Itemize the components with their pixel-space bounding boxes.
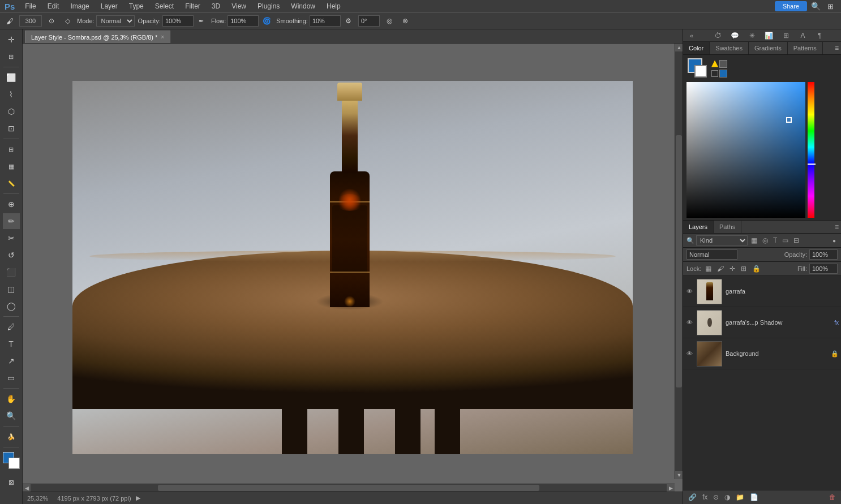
menu-help[interactable]: Help <box>322 1 345 11</box>
filter-shape-btn[interactable]: ▭ <box>780 236 790 245</box>
frame-tool[interactable]: ⊞ <box>3 141 20 157</box>
layer-eye-garrafa[interactable]: 👁 <box>685 287 693 295</box>
web-safe-swatch[interactable] <box>719 70 727 77</box>
flow-input[interactable] <box>228 15 259 27</box>
menu-layer[interactable]: Layer <box>96 1 122 11</box>
menu-3d[interactable]: 3D <box>207 1 225 11</box>
status-arrow[interactable]: ▶ <box>136 494 140 502</box>
quick-select-tool[interactable]: ⬡ <box>3 104 20 119</box>
menu-type[interactable]: Type <box>125 1 148 11</box>
mode-select[interactable]: Normal Multiply Screen <box>96 15 135 27</box>
filter-toggle[interactable]: ● <box>831 237 838 244</box>
delete-layer-btn[interactable]: 🗑 <box>827 493 838 502</box>
lasso-tool[interactable]: ⌇ <box>3 87 20 102</box>
horizontal-scrollbar[interactable]: ◀ ▶ <box>23 484 675 492</box>
link-layers-btn[interactable]: 🔗 <box>686 493 698 502</box>
screen-mode-btn[interactable]: ⊠ <box>3 475 20 490</box>
workspace-button[interactable]: ⊞ <box>824 0 836 12</box>
layer-item-shadow[interactable]: 👁 garrafa's...p Shadow fx <box>683 307 841 338</box>
menu-view[interactable]: View <box>227 1 251 11</box>
crop-tool[interactable]: ⊡ <box>3 120 20 136</box>
add-mask-btn[interactable]: ⊙ <box>711 493 720 502</box>
search-button[interactable]: 🔍 <box>809 0 822 12</box>
menu-edit[interactable]: Edit <box>43 1 64 11</box>
background-color[interactable] <box>8 458 20 469</box>
add-style-btn[interactable]: fx <box>701 493 709 502</box>
ruler-tool[interactable]: 📏 <box>3 175 20 191</box>
share-button[interactable]: Share <box>775 1 807 11</box>
brush-tool-preset[interactable]: 🖌 <box>3 15 16 27</box>
brush-angle-btn[interactable]: ◇ <box>61 15 74 27</box>
para-icon[interactable]: ¶ <box>814 29 826 42</box>
menu-plugins[interactable]: Plugins <box>253 1 284 11</box>
lock-image-btn[interactable]: 🖌 <box>715 264 726 273</box>
blend-mode-input[interactable] <box>686 249 737 260</box>
new-group-btn[interactable]: 📁 <box>734 493 746 502</box>
history-brush-tool[interactable]: ↺ <box>3 247 20 263</box>
lock-all-btn[interactable]: 🔒 <box>750 264 762 273</box>
vertical-scrollbar[interactable]: ▲ ▼ <box>675 44 683 479</box>
menu-filter[interactable]: Filter <box>181 1 205 11</box>
filter-kind-select[interactable]: Kind Name Effect Mode Attribute Color Sm… <box>696 235 748 245</box>
opacity-input[interactable] <box>162 15 194 27</box>
hand-tool[interactable]: ✋ <box>3 391 20 407</box>
spot-healing-tool[interactable]: ⊕ <box>3 196 20 212</box>
opacity-value-input[interactable] <box>809 249 838 260</box>
brush-preview[interactable]: 300 <box>19 15 42 27</box>
canvas-image[interactable] <box>72 81 633 454</box>
adjust-icon[interactable]: 📊 <box>763 29 775 42</box>
path-selection-tool[interactable]: ↗ <box>3 353 20 369</box>
menu-file[interactable]: File <box>20 1 40 11</box>
filter-adjustment-btn[interactable]: ◎ <box>761 236 770 245</box>
eraser-tool[interactable]: ⬛ <box>3 264 20 280</box>
smoothing-settings-btn[interactable]: ⚙ <box>342 15 355 27</box>
smoothing-input[interactable] <box>310 15 341 27</box>
fill-value-input[interactable] <box>809 264 838 274</box>
move-tool[interactable]: ✛ <box>3 32 20 48</box>
lock-transparent-btn[interactable]: ▦ <box>703 264 713 273</box>
bg-color-box[interactable] <box>694 65 707 77</box>
layer-item-background[interactable]: 👁 Background 🔒 <box>683 338 841 369</box>
gradient-tool[interactable]: ◫ <box>3 281 20 297</box>
type-tool[interactable]: T <box>3 336 20 352</box>
gamut-correction-swatch[interactable] <box>719 60 727 68</box>
tab-swatches[interactable]: Swatches <box>710 42 749 54</box>
angle-input[interactable] <box>358 15 380 27</box>
lock-artboard-btn[interactable]: ⊞ <box>739 264 748 273</box>
filter-icon[interactable]: ✳ <box>746 29 758 42</box>
tab-paths[interactable]: Paths <box>714 221 741 233</box>
layer-eye-shadow[interactable]: 👁 <box>685 318 693 326</box>
zoom-tool[interactable]: 🔍 <box>3 408 20 424</box>
menu-image[interactable]: Image <box>66 1 93 11</box>
pen-tool[interactable]: 🖊 <box>3 319 20 335</box>
comment-icon[interactable]: 💬 <box>729 29 741 42</box>
brush-settings-btn[interactable]: ⊙ <box>45 15 58 27</box>
panel-collapse-left[interactable]: « <box>685 29 698 42</box>
char-icon[interactable]: A <box>797 29 809 42</box>
brush-tool active[interactable]: ✏ <box>3 213 20 229</box>
color-picker[interactable]: ▦ <box>3 158 20 174</box>
filter-smart-btn[interactable]: ⊟ <box>792 236 801 245</box>
hue-strip[interactable] <box>808 82 814 218</box>
new-layer-btn[interactable]: 📄 <box>748 493 760 502</box>
shape-tool[interactable]: ▭ <box>3 370 20 386</box>
tab-patterns[interactable]: Patterns <box>788 42 823 54</box>
tab-layers[interactable]: Layers <box>683 221 714 233</box>
layer2-icon[interactable]: ⊞ <box>780 29 792 42</box>
pressure-btn[interactable]: ◎ <box>383 15 396 27</box>
rectangular-marquee-tool[interactable]: ⬜ <box>3 70 20 85</box>
artboard-tool[interactable]: ⊞ <box>3 49 20 64</box>
note-tool[interactable]: 🍌 <box>3 429 20 445</box>
flow-airbrush-btn[interactable]: 🌀 <box>260 15 273 27</box>
tab-gradients[interactable]: Gradients <box>749 42 788 54</box>
layer-eye-background[interactable]: 👁 <box>685 350 693 357</box>
layer-item-garrafa[interactable]: 👁 garrafa <box>683 276 841 307</box>
color-spectrum[interactable] <box>686 82 805 218</box>
menu-window[interactable]: Window <box>286 1 320 11</box>
tab-color[interactable]: Color <box>683 42 710 54</box>
opacity-pen-btn[interactable]: ✒ <box>195 15 208 27</box>
dodge-tool[interactable]: ◯ <box>3 298 20 314</box>
filter-type-btn[interactable]: T <box>771 236 779 245</box>
filter-pixel-btn[interactable]: ▦ <box>749 236 759 245</box>
color-panel-menu[interactable]: ≡ <box>835 44 839 52</box>
